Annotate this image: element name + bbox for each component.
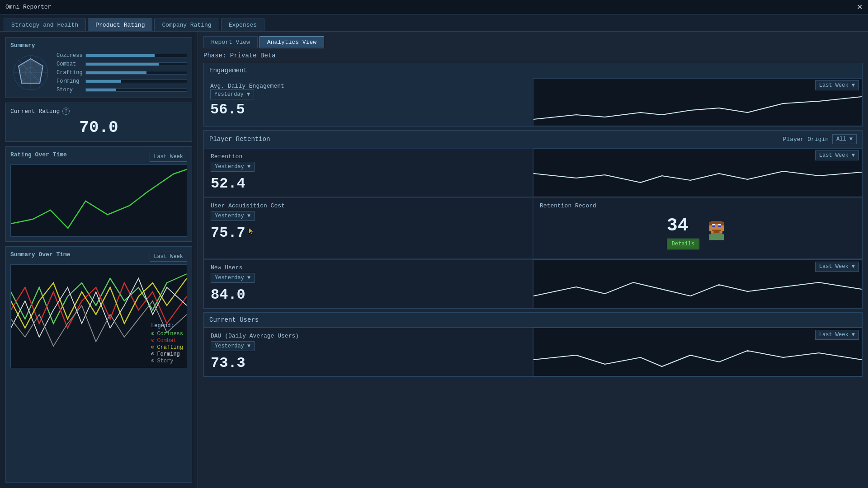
svg-marker-7 [19, 59, 43, 83]
summary-section: Summary [5, 37, 192, 98]
right-panel: Report View Analytics View Phase: Privat… [198, 32, 868, 488]
retention-row: Retention Yesterday ▼ 52.4 Last Week ▼ [204, 148, 862, 197]
retention-record-card: Retention Record 34 Details [533, 197, 862, 259]
dau-chart-header: Last Week ▼ [533, 328, 862, 342]
new-users-row: New Users Yesterday ▼ 84.0 Last Week ▼ [204, 259, 862, 308]
summary-over-time-chart: Legend: ⊙ Coziness ⊙ Combat ⊙ Crafting [10, 264, 187, 368]
legend-crafting: ⊙ Crafting [151, 344, 183, 351]
user-acquisition-card: User Acquisition Cost Yesterday ▼ 75.7 [204, 197, 533, 259]
legend-label-coziness: Coziness [157, 331, 183, 337]
dau-dropdown[interactable]: Yesterday ▼ [211, 341, 255, 351]
new-users-dropdown[interactable]: Yesterday ▼ [211, 273, 255, 283]
new-users-chart-dropdown[interactable]: Last Week ▼ [815, 262, 859, 272]
retention-record-details-button[interactable]: Details [667, 239, 699, 249]
legend-dot-coziness: ⊙ [151, 330, 154, 337]
svg-rect-17 [711, 233, 722, 240]
stat-bar-bg-coziness [85, 54, 187, 57]
stat-label-story: Story [57, 87, 83, 93]
dau-chart-dropdown[interactable]: Last Week ▼ [815, 330, 859, 340]
retention-record-value: 34 [667, 216, 689, 236]
stat-bar-fill-crafting [86, 71, 146, 74]
legend-dot-forming: ⊙ [151, 351, 154, 357]
current-rating-header: Current Rating ? [10, 108, 187, 115]
app-title: Omni Reporter [5, 4, 51, 10]
stat-bar-bg-crafting [85, 71, 187, 75]
legend-label-story: Story [157, 358, 173, 364]
dau-card: DAU (Daily Average Users) Yesterday ▼ 73… [204, 328, 533, 376]
legend-label-combat: Combat [157, 338, 176, 344]
player-retention-title-text: Player Retention [209, 136, 270, 143]
stat-row-story: Story [57, 87, 187, 93]
tab-product-rating[interactable]: Product Rating [88, 19, 152, 31]
new-users-value: 84.0 [211, 286, 526, 303]
retention-chart-dropdown[interactable]: Last Week ▼ [815, 150, 859, 160]
svg-rect-13 [712, 225, 715, 226]
legend-title: Legend: [151, 323, 183, 329]
stat-bar-bg-forming [85, 80, 187, 83]
legend-combat: ⊙ Combat [151, 337, 183, 344]
player-origin-dropdown[interactable]: All ▼ [832, 134, 857, 144]
engagement-chart-header: Last Week ▼ [533, 79, 862, 92]
stat-row-coziness: Coziness [57, 52, 187, 59]
legend-coziness: ⊙ Coziness [151, 330, 183, 337]
player-retention-section: Player Retention Player Origin All ▼ Ret… [203, 130, 863, 309]
dau-title: DAU (Daily Average Users) [211, 333, 526, 339]
player-origin-row: Player Origin All ▼ [783, 134, 857, 144]
tab-company-rating[interactable]: Company Rating [154, 19, 219, 31]
svg-rect-22 [721, 222, 724, 225]
player-origin-label: Player Origin [783, 136, 829, 143]
summary-dropdown[interactable]: Last Week [150, 252, 187, 262]
retention-record-inner: 34 Details [540, 211, 855, 254]
rating-chart-area [10, 164, 187, 237]
retention-dropdown[interactable]: Yesterday ▼ [211, 162, 255, 172]
nav-tabs: Strategy and Health Product Rating Compa… [0, 14, 868, 32]
legend-label-forming: Forming [157, 351, 179, 357]
stat-bars: Coziness Combat Crafting [57, 52, 187, 93]
tab-expenses[interactable]: Expenses [221, 19, 264, 31]
new-users-chart-header: Last Week ▼ [533, 260, 862, 273]
engagement-value: 56.5 [210, 101, 527, 118]
engagement-chart: Last Week ▼ [533, 78, 862, 126]
stat-bar-fill-story [86, 89, 116, 91]
tab-strategy[interactable]: Strategy and Health [4, 19, 86, 31]
stat-row-crafting: Crafting [57, 70, 187, 76]
retention-dropdown-row: Yesterday ▼ [211, 162, 526, 172]
tab-report-view[interactable]: Report View [203, 36, 258, 48]
engagement-section: Engagement Avg. Daily Engagement Yesterd… [203, 63, 863, 127]
stat-bar-bg-story [85, 88, 187, 92]
current-rating-title: Current Rating [10, 108, 60, 115]
legend-label-crafting: Crafting [157, 344, 183, 351]
stat-label-forming: Forming [57, 78, 83, 84]
stat-row-forming: Forming [57, 78, 187, 84]
stat-label-coziness: Coziness [57, 52, 83, 59]
retention-value: 52.4 [211, 175, 526, 192]
current-users-title-text: Current Users [209, 316, 259, 324]
rating-over-time-title: Rating Over Time [10, 151, 67, 158]
retention-chart: Last Week ▼ [533, 148, 862, 197]
summary-over-time-section: Summary Over Time Last Week [5, 246, 192, 483]
stat-bar-fill-coziness [86, 54, 155, 57]
current-rating-box: Current Rating ? 70.0 [5, 103, 192, 142]
retention-record-title: Retention Record [540, 202, 855, 209]
main-layout: Summary [0, 32, 868, 488]
engagement-dropdown[interactable]: Yesterday ▼ [210, 89, 254, 99]
dau-row: DAU (Daily Average Users) Yesterday ▼ 73… [204, 328, 862, 376]
engagement-chart-dropdown[interactable]: Last Week ▼ [815, 80, 859, 90]
current-users-section: Current Users DAU (Daily Average Users) … [203, 312, 863, 377]
info-icon[interactable]: ? [62, 108, 70, 115]
tab-analytics-view[interactable]: Analytics View [259, 36, 324, 48]
acquisition-dropdown[interactable]: Yesterday ▼ [211, 211, 255, 221]
engagement-content: Avg. Daily Engagement Yesterday ▼ 56.5 L… [204, 78, 862, 126]
legend-forming: ⊙ Forming [151, 351, 183, 357]
avg-daily-engagement-title: Avg. Daily Engagement [210, 83, 527, 89]
dau-value: 73.3 [211, 355, 526, 371]
close-button[interactable]: ✕ [857, 3, 863, 11]
current-users-title: Current Users [204, 313, 862, 328]
svg-rect-14 [718, 225, 721, 226]
rating-dropdown[interactable]: Last Week [150, 152, 187, 162]
new-users-chart: Last Week ▼ [533, 259, 862, 308]
dau-dropdown-row: Yesterday ▼ [211, 341, 526, 351]
legend: Legend: ⊙ Coziness ⊙ Combat ⊙ Crafting [151, 323, 183, 364]
user-acquisition-value: 75.7 [211, 225, 526, 241]
retention-card: Retention Yesterday ▼ 52.4 [204, 148, 533, 197]
